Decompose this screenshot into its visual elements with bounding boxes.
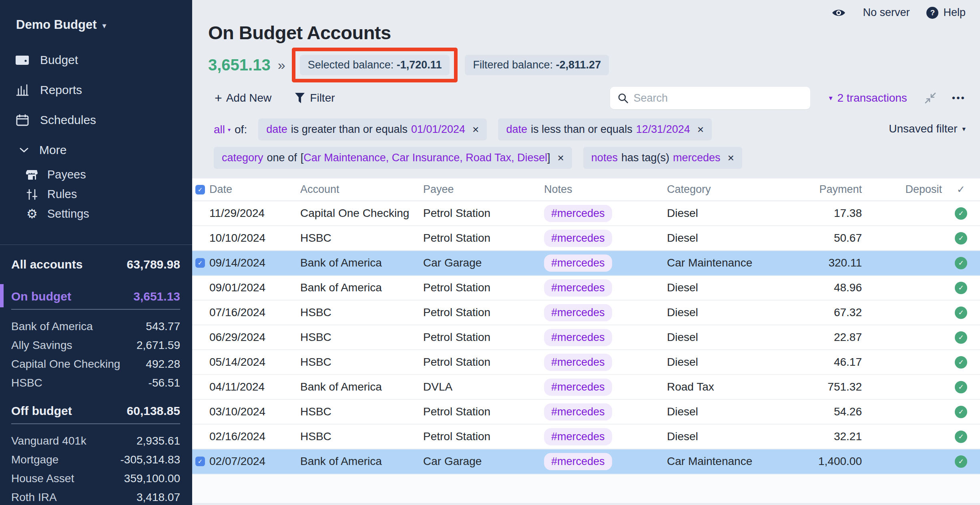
cell-category[interactable]: Diesel [667,405,762,418]
cell-payment[interactable]: 54.26 [762,405,862,418]
cell-category[interactable]: Diesel [667,306,762,319]
cell-notes[interactable]: #mercedes [544,304,667,321]
cell-payee[interactable]: Petrol Station [423,331,544,344]
sidebar-account-row[interactable]: Capital One Checking 492.28 [11,355,180,373]
transaction-row[interactable]: ✓ 06/29/2024 HSBC Petrol Station #merced… [192,325,980,350]
cell-payment[interactable]: 17.38 [762,207,862,220]
transaction-row[interactable]: ✓ 09/14/2024 Bank of America Car Garage … [192,251,980,276]
budget-selector[interactable]: Demo Budget ▾ [0,0,192,32]
cell-category[interactable]: Diesel [667,331,762,344]
unsaved-filter-dropdown[interactable]: Unsaved filter ▾ [889,122,966,135]
cell-notes[interactable]: #mercedes [544,329,667,346]
more-options-icon[interactable]: ••• [952,92,966,104]
cleared-icon[interactable]: ✓ [955,257,967,269]
sidebar-item-on-budget[interactable]: On budget 3,651.13 [11,290,180,310]
cell-account[interactable]: Bank of America [300,257,423,269]
cell-payment[interactable]: 67.32 [762,306,862,319]
cleared-icon[interactable]: ✓ [955,356,967,369]
transaction-row[interactable]: ✓ 02/07/2024 Bank of America Car Garage … [192,449,980,474]
help-button[interactable]: ? Help [926,6,966,19]
sidebar-item-more[interactable]: More [0,135,192,165]
cell-notes[interactable]: #mercedes [544,255,667,272]
transaction-row[interactable]: ✓ 02/16/2024 HSBC Petrol Station #merced… [192,425,980,449]
cell-payee[interactable]: Petrol Station [423,281,544,294]
filter-chip[interactable]: date is greater than or equals 01/01/202… [258,118,487,140]
select-all-checkbox[interactable]: ✓ [195,185,205,194]
add-new-button[interactable]: + Add New [215,92,271,104]
close-icon[interactable]: × [697,124,704,135]
cell-category[interactable]: Diesel [667,356,762,369]
cell-payee[interactable]: Petrol Station [423,306,544,319]
cell-date[interactable]: 02/07/2024 [209,455,300,468]
filter-chip[interactable]: category one of [ Car Maintenance, Car I… [214,147,572,169]
transaction-row[interactable]: ✓ 07/16/2024 HSBC Petrol Station #merced… [192,301,980,325]
row-checkbox[interactable]: ✓ [195,457,205,466]
server-status[interactable]: No server [863,6,910,19]
cell-category[interactable]: Car Maintenance [667,455,762,468]
cell-account[interactable]: HSBC [300,306,423,319]
cell-date[interactable]: 11/29/2024 [209,207,300,220]
cell-payee[interactable]: Car Garage [423,257,544,269]
cell-account[interactable]: Bank of America [300,381,423,393]
cell-category[interactable]: Diesel [667,430,762,443]
sidebar-account-row[interactable]: Roth IRA 3,418.07 [11,488,180,505]
sidebar-item-budget[interactable]: Budget [0,45,192,75]
sidebar-account-row[interactable]: HSBC -56.51 [11,373,180,392]
cell-payee[interactable]: Petrol Station [423,207,544,220]
cell-notes[interactable]: #mercedes [544,403,667,421]
cell-notes[interactable]: #mercedes [544,428,667,445]
cell-account[interactable]: Capital One Checking [300,207,423,220]
cell-notes[interactable]: #mercedes [544,354,667,371]
transactions-count-dropdown[interactable]: ▾ 2 transactions [829,92,907,104]
filter-chip[interactable]: date is less than or equals 12/31/2024 × [498,118,712,140]
cell-category[interactable]: Road Tax [667,381,762,393]
sidebar-item-reports[interactable]: Reports [0,75,192,105]
sidebar-account-row[interactable]: House Asset 359,100.00 [11,469,180,488]
cell-payment[interactable]: 751.32 [762,381,862,393]
cleared-icon[interactable]: ✓ [955,455,967,468]
cell-account[interactable]: Bank of America [300,281,423,294]
sidebar-item-payees[interactable]: Payees [0,165,192,184]
cell-account[interactable]: HSBC [300,430,423,443]
privacy-toggle[interactable] [831,8,846,18]
cell-date[interactable]: 07/16/2024 [209,306,300,319]
filter-chip[interactable]: notes has tag(s) mercedes × [583,147,742,169]
cell-payee[interactable]: Petrol Station [423,405,544,418]
cell-date[interactable]: 03/10/2024 [209,405,300,418]
cell-account[interactable]: Bank of America [300,455,423,468]
transaction-row[interactable]: ✓ 03/10/2024 HSBC Petrol Station #merced… [192,400,980,425]
cell-payee[interactable]: Petrol Station [423,430,544,443]
transaction-row[interactable]: ✓ 05/14/2024 HSBC Petrol Station #merced… [192,350,980,375]
close-icon[interactable]: × [472,124,479,135]
cell-payee[interactable]: DVLA [423,381,544,393]
close-icon[interactable]: × [557,152,564,164]
filter-button[interactable]: Filter [295,92,335,104]
cell-payment[interactable]: 22.87 [762,331,862,344]
cell-payment[interactable]: 46.17 [762,356,862,369]
cell-date[interactable]: 09/01/2024 [209,281,300,294]
cleared-icon[interactable]: ✓ [955,331,967,344]
cell-category[interactable]: Car Maintenance [667,257,762,269]
sidebar-account-row[interactable]: Vanguard 401k 2,935.61 [11,431,180,450]
cell-payee[interactable]: Car Garage [423,455,544,468]
cell-payment[interactable]: 50.67 [762,232,862,244]
cleared-icon[interactable]: ✓ [955,431,967,443]
cell-date[interactable]: 10/10/2024 [209,232,300,244]
cleared-icon[interactable]: ✓ [955,381,967,393]
expand-balances-icon[interactable]: » [278,57,285,73]
cleared-icon[interactable]: ✓ [955,307,967,319]
row-checkbox[interactable]: ✓ [195,258,205,268]
cell-payment[interactable]: 320.11 [762,257,862,269]
cleared-icon[interactable]: ✓ [955,282,967,294]
cell-date[interactable]: 06/29/2024 [209,331,300,344]
cleared-icon[interactable]: ✓ [955,207,967,220]
transaction-row[interactable]: ✓ 04/11/2024 Bank of America DVLA #merce… [192,375,980,400]
cell-payee[interactable]: Petrol Station [423,356,544,369]
cell-payment[interactable]: 1,400.00 [762,455,862,468]
sidebar-account-row[interactable]: Bank of America 543.77 [11,317,180,336]
close-icon[interactable]: × [728,152,734,164]
cell-account[interactable]: HSBC [300,232,423,244]
cell-payment[interactable]: 48.96 [762,281,862,294]
collapse-transactions-icon[interactable] [924,92,937,104]
cell-account[interactable]: HSBC [300,356,423,369]
